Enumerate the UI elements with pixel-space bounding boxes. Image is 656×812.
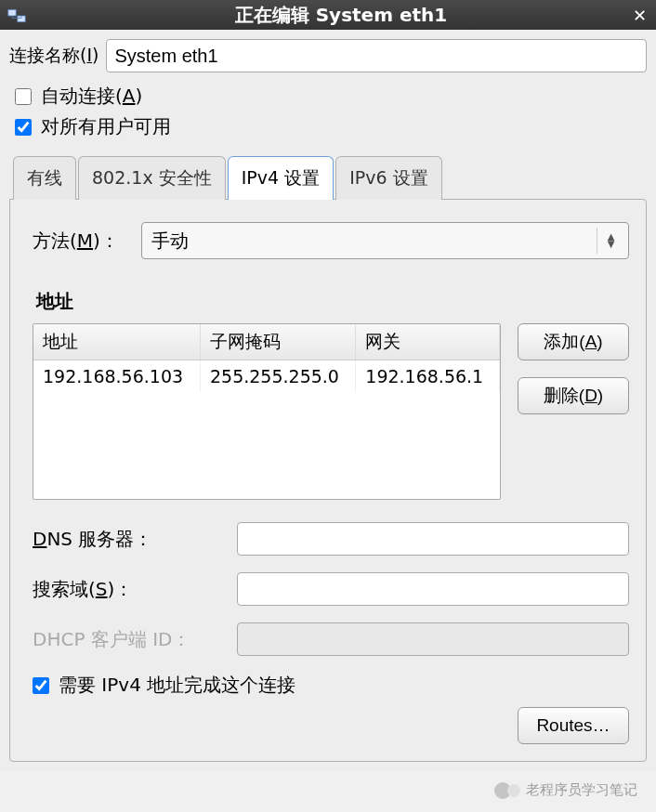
connection-name-input[interactable] xyxy=(106,39,647,72)
col-netmask[interactable]: 子网掩码 xyxy=(200,324,355,360)
routes-button[interactable]: Routes… xyxy=(518,707,629,744)
method-row: 方法(M)： 手动 ▲▼ xyxy=(33,222,629,259)
autoconnect-checkbox[interactable] xyxy=(15,88,32,105)
table-row[interactable]: 192.168.56.103 255.255.255.0 192.168.56.… xyxy=(33,360,500,393)
dhcp-client-input xyxy=(237,622,629,656)
addresses-buttons: 添加(A) 删除(D) xyxy=(518,323,629,500)
cell-gateway[interactable]: 192.168.56.1 xyxy=(356,360,500,393)
add-button[interactable]: 添加(A) xyxy=(518,323,629,360)
tab-ipv4[interactable]: IPv4 设置 xyxy=(228,156,334,200)
tab-wired[interactable]: 有线 xyxy=(13,156,76,200)
close-icon[interactable]: ✕ xyxy=(633,6,647,25)
require-ipv4-checkbox[interactable] xyxy=(33,677,49,694)
routes-row: Routes… xyxy=(33,707,629,744)
all-users-row: 对所有用户可用 xyxy=(15,114,647,139)
col-gateway[interactable]: 网关 xyxy=(356,324,500,360)
titlebar: 正在编辑 System eth1 ✕ xyxy=(0,0,656,30)
search-domain-label: 搜索域(S)： xyxy=(33,577,237,602)
addresses-area: 地址 子网掩码 网关 192.168.56.103 255.255.255.0 … xyxy=(33,323,629,500)
cell-netmask[interactable]: 255.255.255.0 xyxy=(200,360,355,393)
search-domain-row: 搜索域(S)： xyxy=(33,572,629,606)
require-ipv4-label: 需要 IPv4 地址完成这个连接 xyxy=(59,673,295,698)
watermark: 老程序员学习笔记 xyxy=(494,781,637,799)
tabs: 有线 802.1x 安全性 IPv4 设置 IPv6 设置 xyxy=(9,156,647,200)
search-domain-input[interactable] xyxy=(237,572,629,606)
delete-button[interactable]: 删除(D) xyxy=(518,377,629,414)
addresses-title: 地址 xyxy=(36,289,629,314)
dns-row: DNS 服务器： xyxy=(33,522,629,556)
dns-label: DNS 服务器： xyxy=(33,527,237,552)
method-label: 方法(M)： xyxy=(33,229,119,254)
all-users-label: 对所有用户可用 xyxy=(41,114,171,139)
connection-name-label: 连接名称(I) xyxy=(9,44,98,68)
network-icon xyxy=(7,7,26,22)
dhcp-client-row: DHCP 客户端 ID： xyxy=(33,622,629,656)
ipv4-panel: 方法(M)： 手动 ▲▼ 地址 地址 子网掩码 xyxy=(9,199,647,762)
watermark-icon xyxy=(507,784,520,797)
tab-8021x[interactable]: 802.1x 安全性 xyxy=(78,156,226,200)
require-ipv4-row: 需要 IPv4 地址完成这个连接 xyxy=(33,673,629,698)
tab-ipv6[interactable]: IPv6 设置 xyxy=(335,156,441,200)
dialog-content: 连接名称(I) 自动连接(A) 对所有用户可用 有线 802.1x 安全性 IP… xyxy=(0,30,656,771)
cell-address[interactable]: 192.168.56.103 xyxy=(33,360,200,393)
table-header-row: 地址 子网掩码 网关 xyxy=(33,324,500,360)
watermark-text: 老程序员学习笔记 xyxy=(526,781,637,799)
dropdown-spinner-icon: ▲▼ xyxy=(597,228,619,254)
autoconnect-row: 自动连接(A) xyxy=(15,84,647,109)
col-address[interactable]: 地址 xyxy=(33,324,200,360)
svg-rect-0 xyxy=(8,9,16,16)
addresses-table[interactable]: 地址 子网掩码 网关 192.168.56.103 255.255.255.0 … xyxy=(33,323,501,500)
dhcp-client-label: DHCP 客户端 ID： xyxy=(33,627,237,652)
all-users-checkbox[interactable] xyxy=(15,119,32,136)
window-title: 正在编辑 System eth1 xyxy=(33,3,649,28)
dns-input[interactable] xyxy=(237,522,629,556)
window: 正在编辑 System eth1 ✕ 连接名称(I) 自动连接(A) 对所有用户… xyxy=(0,0,656,771)
method-select[interactable]: 手动 ▲▼ xyxy=(141,222,629,259)
connection-name-row: 连接名称(I) xyxy=(9,39,647,72)
autoconnect-label: 自动连接(A) xyxy=(41,84,142,109)
method-value: 手动 xyxy=(151,229,189,254)
